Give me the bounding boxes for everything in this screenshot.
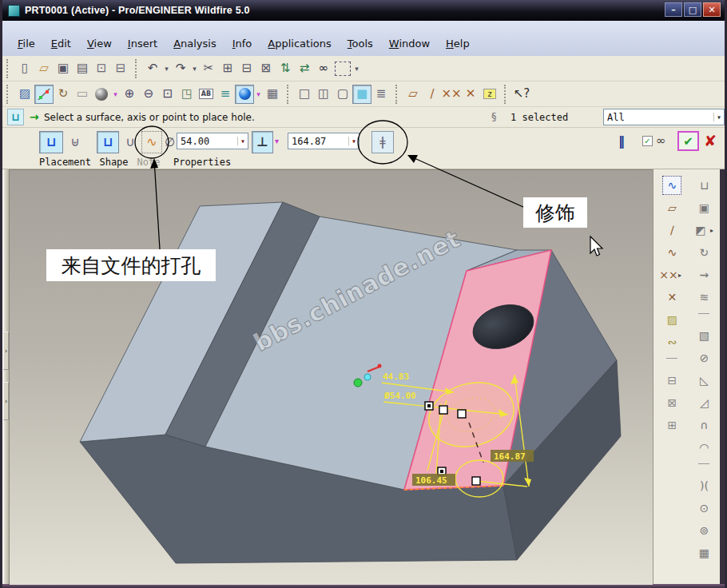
datum-axis-tool-button[interactable]: ∕ [662,220,681,240]
graphics-viewport[interactable]: bbs.chinade.net [10,169,653,584]
print-button[interactable]: ▤ [73,59,92,78]
zoom-out-button[interactable]: ⊖ [139,85,158,104]
undo-button-dropdown-icon[interactable]: ▾ [162,65,171,73]
shell-tool-button[interactable]: ▣ [694,198,713,217]
menu-analysis[interactable]: Analysis [166,36,224,51]
redo-button-dropdown-icon[interactable]: ▾ [190,65,199,73]
round-tool-button[interactable]: ⊘ [694,348,713,368]
repaint-button[interactable]: ▨ [15,85,34,104]
cut-button[interactable]: ✂ [199,59,218,78]
orient-mode-button[interactable]: ↻ [54,85,73,104]
sash-grip-top[interactable]: › [3,332,9,370]
extrude-tool-button-flyout-icon[interactable]: ▸ [710,227,717,234]
pattern-tool-button[interactable]: ▦ [694,543,713,562]
dome-tool-button[interactable]: ◠ [694,438,713,457]
saved-views-button[interactable] [197,85,216,104]
toolbar-grip[interactable] [6,85,11,104]
menu-applications[interactable]: Applications [260,36,338,51]
pause-button[interactable]: ‖ [618,133,626,149]
paste-special-button[interactable]: ⊠ [256,59,276,78]
surface-tool-button[interactable]: ∩ [694,415,713,435]
context-help-button[interactable]: ↖? [512,85,531,104]
rectangle-profile-button[interactable]: ⊔ [97,131,119,153]
dimension-width[interactable]: 44.83 [383,371,409,382]
placement-handle[interactable] [458,410,466,418]
shaded-button[interactable]: ■ [352,85,371,104]
sash-grip-bottom[interactable]: › [3,382,9,420]
menu-file[interactable]: File [10,36,42,51]
placement-handle[interactable] [439,406,447,414]
sketch-tool-button[interactable]: ∿ [662,176,681,195]
menu-edit[interactable]: Edit [44,36,78,51]
render-style-button-dropdown-icon[interactable]: ▾ [111,90,120,98]
navigator-sash[interactable]: › › [2,169,10,584]
diameter-combobox[interactable]: 54.00 ▾ [177,133,248,149]
appearance-button-dropdown-icon[interactable]: ▾ [254,90,263,98]
paste-button[interactable]: ⊟ [237,59,256,78]
menu-window[interactable]: Window [382,36,437,51]
new-file-button[interactable]: ▯ [15,59,34,78]
model-tree-toggle-button[interactable]: ≣ [371,85,391,104]
blend-tool-button[interactable]: ≋ [694,288,713,307]
menu-help[interactable]: Help [439,36,477,51]
datum-plane-tool-button[interactable]: ▱ [662,198,681,217]
maximize-button[interactable]: □ [684,2,701,17]
open-file-button[interactable]: ▱ [34,59,54,78]
redo-button[interactable]: ↷ [171,59,190,78]
depth-combobox[interactable]: 164.87 ▾ [288,133,360,149]
sketched-hole-button[interactable]: ⊎ [65,131,85,153]
zoom-window-button[interactable]: ⊡ [158,85,177,104]
lightweight-hole-button[interactable]: ǂ [371,131,394,153]
view-orientation-button[interactable]: ◳ [177,85,197,104]
standard-profile-button[interactable]: ∪ [121,131,140,153]
filter-combobox[interactable]: All ▾ [603,109,725,125]
open-representation-button[interactable]: ⊡ [92,59,111,78]
menu-insert[interactable]: Insert [121,36,165,51]
title-bar[interactable]: PRT0001 (Active) - Pro/ENGINEER Wildfire… [2,0,725,21]
wireframe-button[interactable]: □ [295,85,314,104]
curve-tool-button[interactable]: ∿ [662,243,681,262]
depth-option-dropdown-icon[interactable]: ▾ [275,137,279,145]
model-link-tool-button[interactable]: ∾ [662,332,681,352]
extrude-tool-button[interactable]: ◩ [691,220,710,240]
regenerate-button[interactable]: ⇅ [276,59,295,78]
dashboard-tab-properties[interactable]: Properties [173,157,229,168]
hole-from-file-button[interactable]: ∿ [141,131,162,153]
select-rect-button-dropdown-icon[interactable]: ▾ [352,65,361,73]
menu-info[interactable]: Info [225,36,260,51]
verify-glasses-icon[interactable]: ∞ [656,133,666,148]
dimension-position[interactable]: 106.45 [415,475,447,486]
menu-tools[interactable]: Tools [340,36,380,51]
copy-geometry-button[interactable]: ⊟ [662,371,681,390]
find-button[interactable]: ∞ [314,59,333,78]
datum-plane-display-button[interactable]: ▱ [403,85,423,104]
select-rect-button[interactable] [335,62,351,76]
merge-inheritance-button[interactable]: ⊞ [662,415,681,435]
appearance-button[interactable] [235,85,254,104]
depth-option-button[interactable]: ⊥ [252,131,273,153]
screen-capture-button[interactable]: ▦ [263,85,282,104]
csys-display-button[interactable]: ✕ [461,85,480,104]
save-file-button[interactable]: ▣ [54,59,73,78]
datum-point-tool-button[interactable]: ×× [659,265,678,284]
revolve-tool-button[interactable]: ↻ [694,243,713,262]
filter-dropdown-icon[interactable]: ▾ [713,113,724,121]
menu-view[interactable]: View [80,36,119,51]
accept-feature-button[interactable]: ✔ [677,131,699,151]
regenerate-manager-button[interactable]: ⇄ [295,59,314,78]
render-style-button[interactable] [92,85,111,104]
dimension-diameter[interactable]: Ø54.00 [383,391,416,401]
diameter-dropdown-icon[interactable]: ▾ [237,137,248,145]
cancel-feature-button[interactable]: ✘ [704,132,717,149]
toolbar-grip[interactable] [6,59,11,78]
trim-tool-button[interactable]: ⊙ [694,499,713,518]
undo-button[interactable]: ↶ [143,59,162,78]
dashboard-tab-placement[interactable]: Placement [39,157,89,168]
datum-point-tool-button-flyout-icon[interactable]: ▸ [678,272,685,279]
placement-handle[interactable] [472,477,480,485]
minimize-button[interactable]: – [665,2,682,17]
zoom-in-button[interactable]: ⊕ [120,85,139,104]
close-button[interactable]: ✕ [703,2,721,17]
preview-checkbox[interactable]: ✓ [642,136,653,146]
annotation-display-button[interactable] [480,85,499,104]
